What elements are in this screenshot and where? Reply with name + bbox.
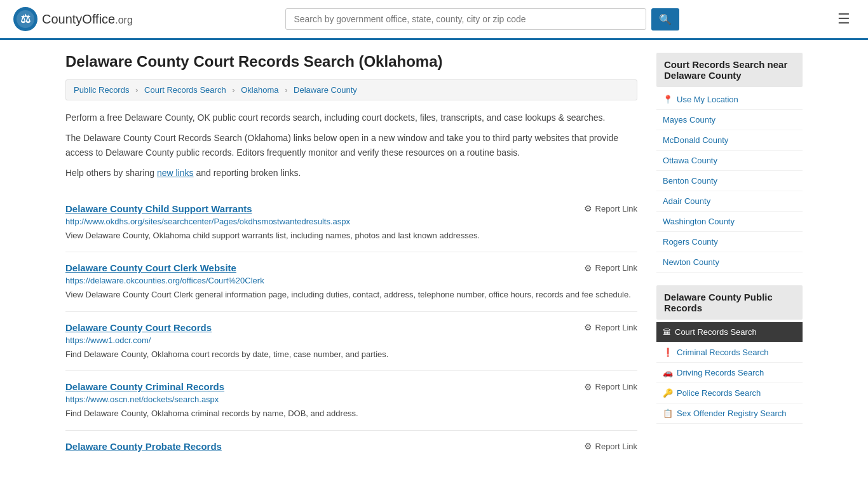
search-input[interactable] [285,8,646,30]
report-link-court-records[interactable]: ⚙ Report Link [584,322,637,332]
report-icon: ⚙ [584,203,592,214]
record-item-child-support: Delaware County Child Support Warrants ⚙… [65,193,637,253]
logo-icon: ⚖ [13,6,38,32]
report-icon-4: ⚙ [584,382,592,392]
sidebar-item-washington-county[interactable]: Washington County [656,212,803,232]
record-item-court-records: Delaware County Court Records ⚙ Report L… [65,312,637,372]
sidebar: Court Records Search near Delaware Count… [656,53,803,464]
record-url-criminal-records: https://www.oscn.net/dockets/search.aspx [65,395,637,404]
record-item-court-clerk: Delaware County Court Clerk Website ⚙ Re… [65,252,637,312]
logo-text: CountyOffice.org [42,12,133,27]
record-desc-court-clerk: View Delaware County Court Clerk general… [65,288,637,301]
sidebar-public-records-list: 🏛 Court Records Search ❗ Criminal Record… [656,322,803,424]
record-title-probate-records[interactable]: Delaware County Probate Records [65,441,222,452]
sidebar-item-newton-county[interactable]: Newton County [656,252,803,273]
page-title: Delaware County Court Records Search (Ok… [65,53,637,71]
clipboard-icon: 📋 [663,409,673,418]
main-container: Delaware County Court Records Search (Ok… [53,40,815,477]
breadcrumb-court-records-search[interactable]: Court Records Search [144,85,226,95]
record-desc-child-support: View Delaware County, Oklahoma child sup… [65,229,637,242]
record-item-criminal-records: Delaware County Criminal Records ⚙ Repor… [65,371,637,431]
report-link-court-clerk[interactable]: ⚙ Report Link [584,263,637,273]
sidebar-item-criminal-records-search[interactable]: ❗ Criminal Records Search [656,342,803,363]
search-button[interactable]: 🔍 [651,8,679,30]
breadcrumb-oklahoma[interactable]: Oklahoma [241,85,278,95]
report-link-child-support[interactable]: ⚙ Report Link [584,203,637,214]
sidebar-item-court-records-search[interactable]: 🏛 Court Records Search [656,322,803,342]
sidebar-nearby-section: Court Records Search near Delaware Count… [656,53,803,273]
sidebar-public-records-section: Delaware County Public Records 🏛 Court R… [656,285,803,424]
report-icon-3: ⚙ [584,322,592,332]
record-title-criminal-records[interactable]: Delaware County Criminal Records [65,381,224,392]
record-url-court-records: https://www1.odcr.com/ [65,336,637,345]
intro-paragraph-1: Perform a free Delaware County, OK publi… [65,111,637,125]
new-links-link[interactable]: new links [157,168,194,178]
breadcrumb-public-records[interactable]: Public Records [74,85,129,95]
breadcrumb-delaware-county[interactable]: Delaware County [294,85,357,95]
sidebar-item-benton-county[interactable]: Benton County [656,171,803,191]
sidebar-public-records-header: Delaware County Public Records [656,285,803,320]
sidebar-item-ottawa-county[interactable]: Ottawa County [656,151,803,171]
sidebar-item-mcdonald-county[interactable]: McDonald County [656,130,803,151]
sidebar-item-police-records-search[interactable]: 🔑 Police Records Search [656,383,803,403]
record-url-child-support: http://www.okdhs.org/sites/searchcenter/… [65,217,637,226]
record-url-court-clerk: https://delaware.okcounties.org/offices/… [65,276,637,285]
record-desc-court-records: Find Delaware County, Oklahoma court rec… [65,348,637,361]
sidebar-item-driving-records-search[interactable]: 🚗 Driving Records Search [656,363,803,383]
sidebar-item-rogers-county[interactable]: Rogers County [656,232,803,252]
location-pin-icon: 📍 [663,95,673,104]
report-icon-2: ⚙ [584,263,592,273]
record-desc-criminal-records: Find Delaware County, Oklahoma criminal … [65,407,637,420]
sidebar-item-mayes-county[interactable]: Mayes County [656,110,803,130]
record-title-court-records[interactable]: Delaware County Court Records [65,322,212,333]
content-area: Delaware County Court Records Search (Ok… [65,53,637,464]
car-icon: 🚗 [663,368,673,377]
report-link-probate-records[interactable]: ⚙ Report Link [584,441,637,451]
search-area: 🔍 [285,8,679,30]
key-icon: 🔑 [663,388,673,398]
record-title-court-clerk[interactable]: Delaware County Court Clerk Website [65,262,236,273]
sidebar-nearby-header: Court Records Search near Delaware Count… [656,53,803,87]
svg-text:⚖: ⚖ [20,13,31,25]
record-title-child-support[interactable]: Delaware County Child Support Warrants [65,203,252,214]
report-link-criminal-records[interactable]: ⚙ Report Link [584,382,637,392]
sidebar-item-use-my-location[interactable]: 📍 Use My Location [656,90,803,110]
sidebar-nearby-list: 📍 Use My Location Mayes County McDonald … [656,90,803,273]
sidebar-item-sex-offender-registry[interactable]: 📋 Sex Offender Registry Search [656,403,803,424]
help-text: Help others by sharing new links and rep… [65,166,637,180]
intro-paragraph-2: The Delaware County Court Records Search… [65,131,637,159]
site-header: ⚖ CountyOffice.org 🔍 ☰ [0,0,868,40]
record-item-probate-records: Delaware County Probate Records ⚙ Report… [65,431,637,464]
breadcrumb: Public Records › Court Records Search › … [65,79,637,100]
logo-area: ⚖ CountyOffice.org [13,6,133,32]
sidebar-item-adair-county[interactable]: Adair County [656,191,803,212]
report-icon-5: ⚙ [584,441,592,451]
exclamation-icon: ❗ [663,348,673,357]
courthouse-icon: 🏛 [663,327,671,337]
menu-button[interactable]: ☰ [832,8,855,30]
